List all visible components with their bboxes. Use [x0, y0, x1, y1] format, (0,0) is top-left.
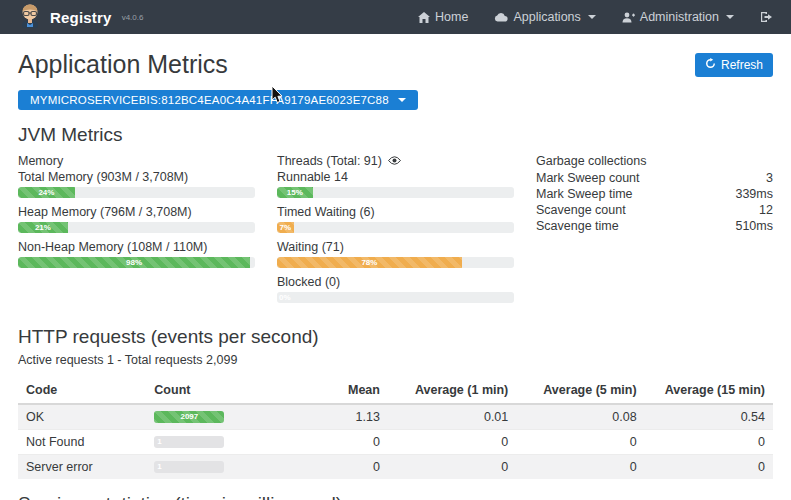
gc-title: Garbage collections: [536, 154, 773, 168]
total-memory-progressbar: 24%: [18, 187, 255, 198]
gc-row-marksweep-time: Mark Sweep time339ms: [536, 186, 773, 202]
runnable-progressbar: 15%: [277, 187, 514, 198]
navbar: Registry v4.0.6 Home Applications: [0, 0, 791, 34]
gc-row-marksweep-count: Mark Sweep count3: [536, 170, 773, 186]
jhipster-avatar-icon: [18, 2, 42, 32]
http-requests-table: Code Count Mean Average (1 min) Average …: [18, 377, 773, 479]
home-icon: [418, 12, 430, 23]
eye-icon[interactable]: [388, 154, 401, 168]
waiting-label: Waiting (71): [277, 240, 514, 254]
brand[interactable]: Registry v4.0.6: [18, 2, 143, 32]
nav-applications[interactable]: Applications: [494, 10, 595, 24]
nav-menu: Home Applications Administration: [418, 10, 773, 24]
user-plus-icon: [622, 12, 635, 23]
cloud-icon: [494, 12, 508, 22]
memory-column: Memory Total Memory (903M / 3,708M) 24% …: [18, 154, 255, 310]
chevron-down-icon: [726, 15, 734, 19]
timed-waiting-progressbar: 7%: [277, 222, 514, 233]
page-title: Application Metrics: [18, 50, 228, 79]
chevron-down-icon: [398, 98, 406, 102]
http-row-ok: OK 2097 1.13 0.01 0.08 0.54: [18, 404, 773, 430]
col-count: Count: [146, 377, 274, 404]
nonheap-memory-label: Non-Heap Memory (108M / 110M): [18, 240, 255, 254]
blocked-progressbar: 0%: [277, 292, 514, 303]
server-error-count-bar: 1: [154, 461, 224, 473]
refresh-icon: [705, 58, 716, 72]
jvm-metrics-heading: JVM Metrics: [18, 124, 773, 146]
col-mean: Mean: [275, 377, 388, 404]
instance-selector-dropdown[interactable]: MYMICROSERVICEBIS:812BC4EA0C4A41FFA9179A…: [18, 90, 418, 110]
threads-title: Threads (Total: 91): [277, 154, 382, 168]
http-requests-heading: HTTP requests (events per second): [18, 326, 773, 348]
gc-row-scavenge-count: Scavenge count12: [536, 202, 773, 218]
timed-waiting-label: Timed Waiting (6): [277, 205, 514, 219]
http-row-server-error: Server error 1 0 0 0 0: [18, 455, 773, 480]
col-avg5: Average (5 min): [516, 377, 644, 404]
col-avg1: Average (1 min): [388, 377, 516, 404]
services-statistics-heading: Services statistics (time in millisecond…: [18, 493, 773, 500]
brand-name: Registry: [50, 9, 112, 26]
col-avg15: Average (15 min): [645, 377, 773, 404]
heap-memory-progressbar: 21%: [18, 222, 255, 233]
runnable-label: Runnable 14: [277, 170, 514, 184]
ok-count-bar: 2097: [154, 411, 224, 423]
nav-home-label: Home: [435, 10, 468, 24]
blocked-label: Blocked (0): [277, 275, 514, 289]
nav-applications-label: Applications: [513, 10, 580, 24]
memory-title: Memory: [18, 154, 255, 168]
waiting-progressbar: 78%: [277, 257, 514, 268]
refresh-button[interactable]: Refresh: [695, 53, 773, 77]
nav-home[interactable]: Home: [418, 10, 468, 24]
refresh-label: Refresh: [721, 58, 763, 72]
main-content: Application Metrics Refresh MYMICROSERVI…: [0, 50, 791, 500]
not-found-count-bar: 1: [154, 436, 224, 448]
sign-out-button[interactable]: [760, 11, 773, 23]
heap-memory-label: Heap Memory (796M / 3,708M): [18, 205, 255, 219]
nav-administration[interactable]: Administration: [622, 10, 734, 24]
chevron-down-icon: [588, 15, 596, 19]
gc-row-scavenge-time: Scavenge time510ms: [536, 218, 773, 234]
nonheap-memory-progressbar: 98%: [18, 257, 255, 268]
nav-administration-label: Administration: [640, 10, 719, 24]
gc-column: Garbage collections Mark Sweep count3 Ma…: [536, 154, 773, 310]
brand-version: v4.0.6: [122, 13, 144, 22]
sign-out-icon: [760, 11, 773, 23]
http-row-not-found: Not Found 1 0 0 0 0: [18, 430, 773, 455]
col-code: Code: [18, 377, 146, 404]
threads-column: Threads (Total: 91) Runnable 14 15% Time…: [277, 154, 514, 310]
http-requests-subtitle: Active requests 1 - Total requests 2,099: [18, 353, 773, 367]
instance-selector-label: MYMICROSERVICEBIS:812BC4EA0C4A41FFA9179A…: [30, 94, 389, 106]
total-memory-label: Total Memory (903M / 3,708M): [18, 170, 255, 184]
